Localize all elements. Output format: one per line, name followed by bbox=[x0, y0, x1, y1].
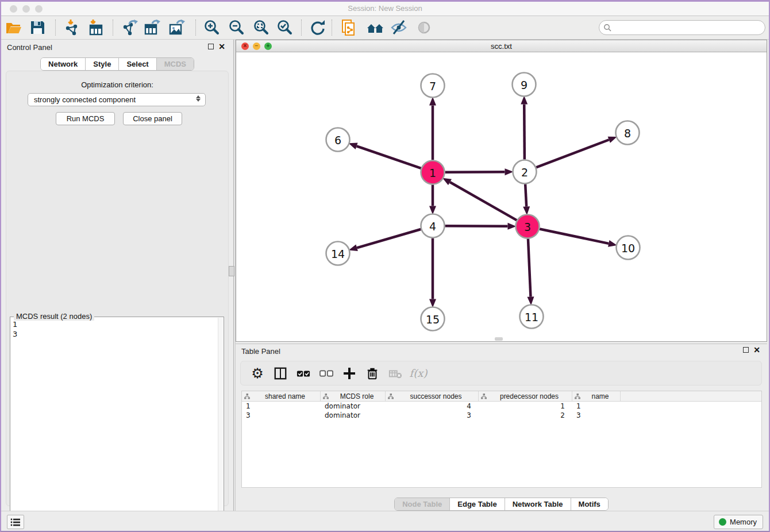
graph-node-2[interactable]: 2 bbox=[513, 160, 537, 184]
float-panel-icon[interactable] bbox=[208, 44, 214, 49]
tab-edge-table[interactable]: Edge Table bbox=[450, 498, 505, 510]
mcds-result-item[interactable]: 3 bbox=[13, 329, 17, 339]
tab-node-table[interactable]: Node Table bbox=[395, 498, 450, 510]
result-scrollbar[interactable] bbox=[218, 318, 223, 529]
open-file-icon[interactable] bbox=[5, 19, 22, 36]
graph-node-14[interactable]: 14 bbox=[326, 242, 350, 265]
column-header-predecessor-nodes[interactable]: predecessor nodes bbox=[479, 391, 572, 401]
apply-layout-icon[interactable] bbox=[309, 19, 326, 36]
graph-node-7[interactable]: 7 bbox=[421, 74, 445, 98]
export-network-icon[interactable] bbox=[121, 19, 138, 36]
splitter-handle[interactable] bbox=[229, 266, 234, 276]
memory-button[interactable]: Memory bbox=[714, 515, 763, 529]
column-header-successor-nodes[interactable]: successor nodes bbox=[386, 391, 479, 401]
tab-select[interactable]: Select bbox=[119, 58, 156, 70]
graph-node-15[interactable]: 15 bbox=[421, 307, 445, 331]
table-settings-icon[interactable]: ⚙ bbox=[250, 366, 265, 381]
control-panel: Control Panel ✕ NetworkStyleSelectMCDS O… bbox=[1, 40, 233, 511]
table-cell[interactable]: 2 bbox=[479, 411, 572, 420]
graph-node-10[interactable]: 10 bbox=[617, 236, 640, 260]
close-panel-button[interactable]: Close panel bbox=[123, 112, 182, 125]
table-cell[interactable]: 3 bbox=[242, 411, 321, 420]
import-network-icon[interactable] bbox=[63, 19, 80, 36]
edge-1-6[interactable] bbox=[357, 146, 421, 168]
clone-network-icon[interactable] bbox=[340, 19, 357, 36]
column-header-name[interactable]: name bbox=[572, 391, 621, 401]
edge-3-1[interactable] bbox=[450, 182, 517, 220]
table-cell[interactable]: 3 bbox=[386, 411, 479, 420]
table-cell[interactable]: dominator bbox=[321, 411, 386, 420]
criterion-dropdown[interactable]: strongly connected component bbox=[28, 93, 206, 106]
graph-node-6[interactable]: 6 bbox=[326, 128, 350, 152]
column-layout-icon[interactable] bbox=[273, 366, 288, 381]
table-cell[interactable]: 1 bbox=[242, 402, 321, 411]
close-panel-icon[interactable]: ✕ bbox=[218, 44, 225, 49]
edge-4-14[interactable] bbox=[357, 229, 421, 248]
edge-2-9[interactable] bbox=[524, 104, 525, 159]
edge-2-3[interactable] bbox=[525, 184, 526, 206]
hide-selected-icon[interactable] bbox=[390, 19, 407, 36]
tab-network[interactable]: Network bbox=[41, 58, 86, 70]
edge-3-11[interactable] bbox=[528, 238, 531, 296]
table-panel-tabs: Node TableEdge TableNetwork TableMotifs bbox=[236, 498, 767, 511]
graph-node-1[interactable]: 1 bbox=[421, 161, 445, 184]
save-session-icon[interactable] bbox=[29, 19, 46, 36]
table-cell[interactable]: 1 bbox=[479, 402, 572, 411]
mcds-result-title: MCDS result (2 nodes) bbox=[14, 312, 94, 321]
graph-node-9[interactable]: 9 bbox=[513, 73, 536, 97]
tab-mcds[interactable]: MCDS bbox=[157, 58, 194, 70]
window-title: Session: New Session bbox=[1, 4, 769, 13]
edge-3-10[interactable] bbox=[540, 229, 609, 243]
export-image-icon[interactable] bbox=[168, 19, 186, 36]
table-cell[interactable]: 3 bbox=[572, 411, 621, 420]
tab-network-table[interactable]: Network Table bbox=[505, 498, 571, 510]
table-row[interactable]: 3dominator323 bbox=[242, 411, 761, 420]
network-view-window: × − + scc.txt 7968124314101511 bbox=[236, 40, 767, 342]
column-type-icon bbox=[388, 394, 394, 399]
zoom-fit-icon[interactable] bbox=[252, 19, 270, 36]
first-neighbors-icon[interactable] bbox=[367, 19, 384, 36]
search-input[interactable] bbox=[611, 22, 765, 33]
svg-text:10: 10 bbox=[621, 242, 635, 255]
edge-4-3[interactable] bbox=[445, 226, 507, 226]
svg-text:9: 9 bbox=[521, 79, 528, 91]
control-panel-tabs: NetworkStyleSelectMCDS bbox=[1, 57, 233, 71]
graph-node-4[interactable]: 4 bbox=[421, 214, 445, 238]
graph-node-11[interactable]: 11 bbox=[520, 305, 544, 329]
mcds-result-item[interactable]: 1 bbox=[13, 319, 17, 329]
table-panel-window-buttons: ✕ bbox=[743, 347, 760, 353]
import-table-icon[interactable] bbox=[87, 19, 105, 36]
edge-1-2[interactable] bbox=[445, 172, 505, 172]
svg-text:4: 4 bbox=[429, 220, 436, 233]
delete-column-icon[interactable] bbox=[365, 366, 380, 381]
control-panel-title: Control Panel bbox=[7, 43, 52, 52]
graph-node-3[interactable]: 3 bbox=[516, 215, 540, 238]
column-header-MCDS-role[interactable]: MCDS role bbox=[321, 391, 386, 401]
zoom-in-icon[interactable] bbox=[203, 19, 220, 36]
table-panel: Table Panel ✕ ⚙ f(x) bbox=[236, 344, 767, 511]
deselect-all-icon[interactable] bbox=[319, 366, 334, 381]
node-table[interactable]: shared nameMCDS rolesuccessor nodesprede… bbox=[241, 391, 762, 488]
task-history-button[interactable] bbox=[7, 515, 24, 529]
edge-2-8[interactable] bbox=[536, 140, 609, 167]
table-cell[interactable]: 1 bbox=[572, 402, 621, 411]
tab-motifs[interactable]: Motifs bbox=[571, 498, 608, 510]
canvas-scrollbar-handle[interactable] bbox=[495, 337, 503, 341]
column-header-shared-name[interactable]: shared name bbox=[242, 391, 321, 401]
float-table-panel-icon[interactable] bbox=[743, 347, 749, 353]
zoom-out-icon[interactable] bbox=[228, 19, 245, 36]
graph-node-8[interactable]: 8 bbox=[616, 121, 640, 145]
table-row[interactable]: 1dominator411 bbox=[242, 402, 761, 411]
table-cell[interactable]: dominator bbox=[321, 402, 386, 411]
export-table-icon[interactable] bbox=[144, 19, 161, 36]
zoom-selected-icon[interactable] bbox=[276, 19, 293, 36]
application-window: Session: New Session bbox=[0, 0, 770, 532]
add-column-icon[interactable] bbox=[342, 366, 357, 381]
close-table-panel-icon[interactable]: ✕ bbox=[753, 347, 760, 353]
tab-style[interactable]: Style bbox=[86, 58, 119, 70]
run-mcds-button[interactable]: Run MCDS bbox=[56, 112, 115, 125]
network-canvas[interactable]: 7968124314101511 bbox=[236, 52, 767, 341]
select-all-icon[interactable] bbox=[296, 366, 311, 381]
table-cell[interactable]: 4 bbox=[386, 402, 479, 411]
toolbar-separator bbox=[55, 20, 56, 36]
